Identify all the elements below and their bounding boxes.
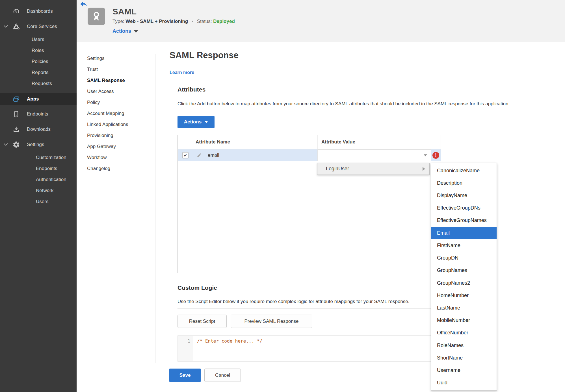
row-checkbox-cell: ✔ [178, 149, 192, 161]
back-arrow-icon[interactable] [80, 1, 87, 7]
submenu-item-groupdn[interactable]: GroupDN [431, 252, 497, 264]
sidebar-item-label: Endpoints [27, 111, 48, 117]
smartphone-icon [12, 110, 20, 118]
submenu-item-groupnames2[interactable]: GroupNames2 [431, 277, 497, 289]
chevron-down-icon [205, 121, 208, 123]
learn-more-link[interactable]: Learn more [170, 70, 194, 75]
cancel-button[interactable]: Cancel [204, 369, 241, 382]
type-label: Type: [112, 19, 124, 24]
app-title: SAML [112, 7, 137, 16]
saml-app-page: DashboardsCore ServicesUsersRolesPolicie… [0, 0, 565, 392]
sidebar-item-label: Requests [32, 81, 52, 86]
ribbon-icon [91, 11, 102, 22]
app-subnav: SettingsTrustSAML ResponseUser AccessPol… [87, 53, 151, 174]
sidebar-item-label: Network [36, 188, 53, 193]
submenu-item-email[interactable]: Email [431, 227, 497, 239]
gauge-icon [12, 8, 20, 15]
sidebar-item-label: Policies [32, 59, 48, 64]
submenu-item-homenumber[interactable]: HomeNumber [431, 289, 497, 302]
sidebar-item-label: Customization [36, 155, 66, 160]
chevron-down-icon [4, 143, 8, 146]
menu-item-loginuser[interactable]: LoginUser [317, 166, 349, 172]
sidebar-item-label: Dashboards [27, 8, 53, 14]
editor-line-number: 1 [178, 336, 193, 361]
attribute-value-dropdown[interactable] [317, 149, 431, 161]
submenu-item-canonicalizename[interactable]: CanonicalizeName [431, 164, 497, 177]
submenu-item-effectivegroupdns[interactable]: EffectiveGroupDNs [431, 202, 497, 214]
submenu-item-displayname[interactable]: DisplayName [431, 189, 497, 202]
preview-saml-response-button[interactable]: Preview SAML Response [231, 315, 312, 328]
reset-script-button[interactable]: Reset Script [177, 315, 227, 328]
sidebar-item-label: Reports [32, 70, 49, 75]
sidebar-item-reports[interactable]: Reports [0, 67, 77, 79]
sidebar-item-endpoints[interactable]: Endpoints [0, 163, 77, 175]
sidebar-item-label: Authentication [36, 177, 66, 182]
column-header-attribute-value: Attribute Value [318, 135, 441, 149]
check-icon: ✔ [184, 153, 187, 158]
subnav-item-workflow[interactable]: Workflow [87, 152, 151, 163]
sidebar-item-dashboards[interactable]: Dashboards [0, 5, 77, 17]
submenu-item-effectivegroupnames[interactable]: EffectiveGroupNames [431, 214, 497, 227]
submenu-item-description[interactable]: Description [431, 177, 497, 189]
submenu-item-groupnames[interactable]: GroupNames [431, 264, 497, 277]
sidebar-item-network[interactable]: Network [0, 185, 77, 197]
gear-icon [12, 141, 20, 149]
apps-icon [12, 95, 20, 103]
subnav-item-linked-applications[interactable]: Linked Applications [87, 119, 151, 130]
sidebar-item-endpoints[interactable]: Endpoints [0, 108, 77, 120]
submenu-item-shortname[interactable]: ShortName [431, 352, 497, 364]
attributes-table: Attribute Name Attribute Value ✔ email ! [177, 135, 441, 273]
sidebar-item-users[interactable]: Users [0, 196, 77, 208]
row-error-cell: ! [431, 149, 441, 161]
header-actions-menu[interactable]: Actions [112, 28, 138, 34]
submenu-item-username[interactable]: Username [431, 364, 497, 377]
sidebar-item-downloads[interactable]: Downloads [0, 123, 77, 135]
sidebar-item-roles[interactable]: Roles [0, 45, 77, 56]
submenu-item-rolenames[interactable]: RoleNames [431, 339, 497, 352]
sidebar-item-settings[interactable]: Settings [0, 139, 77, 151]
edit-pencil-icon[interactable] [197, 153, 202, 158]
sidebar-item-policies[interactable]: Policies [0, 56, 77, 67]
error-mark: ! [435, 153, 436, 158]
table-row[interactable]: ✔ email ! [178, 149, 441, 161]
attribute-name-value: email [208, 153, 219, 158]
sidebar-item-label: Settings [27, 142, 44, 147]
save-button[interactable]: Save [169, 369, 201, 382]
app-meta: Type: Web - SAML + Provisioning • Status… [112, 19, 235, 24]
column-header-attribute-name: Attribute Name [192, 135, 318, 149]
attributes-actions-button[interactable]: Actions [177, 116, 215, 128]
subnav-item-account-mapping[interactable]: Account Mapping [87, 108, 151, 119]
subnav-item-changelog[interactable]: Changelog [87, 163, 151, 174]
page-title: SAML Response [170, 50, 239, 60]
sidebar-item-requests[interactable]: Requests [0, 78, 77, 90]
submenu-item-lastname[interactable]: LastName [431, 302, 497, 314]
submenu-item-firstname[interactable]: FirstName [431, 239, 497, 252]
submenu-item-mobilenumber[interactable]: MobileNumber [431, 314, 497, 327]
value-dropdown-menu: LoginUser [317, 163, 430, 175]
attributes-actions-label: Actions [184, 119, 202, 125]
editor-code-area[interactable]: /* Enter code here... */ [193, 336, 441, 361]
status-label: Status: [197, 19, 212, 24]
sidebar-item-apps[interactable]: Apps [0, 93, 77, 105]
submenu-item-uuid[interactable]: Uuid [431, 377, 497, 389]
app-header: SAML Type: Web - SAML + Provisioning • S… [77, 0, 565, 42]
sidebar-item-customization[interactable]: Customization [0, 152, 77, 164]
meta-dot: • [192, 19, 193, 24]
sidebar-item-users[interactable]: Users [0, 34, 77, 45]
subnav-item-trust[interactable]: Trust [87, 64, 151, 75]
subnav-item-provisioning[interactable]: Provisioning [87, 130, 151, 141]
custom-logic-description: Use the Script Editor below if you requi… [177, 299, 409, 304]
subnav-item-policy[interactable]: Policy [87, 97, 151, 108]
custom-logic-heading: Custom Logic [177, 284, 217, 291]
sidebar-item-label: Users [36, 199, 48, 204]
sidebar-item-authentication[interactable]: Authentication [0, 174, 77, 186]
submenu-item-officenumber[interactable]: OfficeNumber [431, 327, 497, 339]
sidebar-item-core-services[interactable]: Core Services [0, 21, 77, 32]
sidebar-item-label: Users [32, 37, 44, 42]
subnav-item-user-access[interactable]: User Access [87, 86, 151, 97]
subnav-item-settings[interactable]: Settings [87, 53, 151, 64]
attributes-heading: Attributes [177, 86, 205, 93]
subnav-item-app-gateway[interactable]: App Gateway [87, 141, 151, 152]
row-checkbox[interactable]: ✔ [182, 152, 189, 158]
subnav-item-saml-response[interactable]: SAML Response [87, 75, 151, 86]
